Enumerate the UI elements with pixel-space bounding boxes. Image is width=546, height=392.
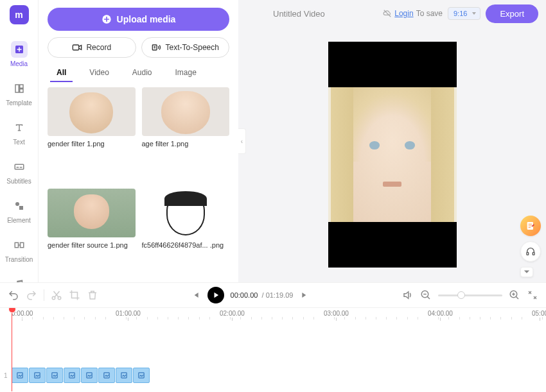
- redo-button[interactable]: [26, 289, 37, 301]
- svg-rect-6: [19, 167, 22, 168]
- svg-rect-10: [20, 243, 23, 248]
- headphones-icon: [525, 246, 536, 257]
- svg-rect-1: [15, 85, 19, 92]
- upload-label: Upload media: [117, 14, 176, 24]
- letterbox-bottom: [328, 222, 457, 268]
- cut-button[interactable]: [51, 289, 62, 301]
- timeline[interactable]: 0:00.0001:00.0002:00.0003:00.0004:00.000…: [0, 308, 546, 392]
- media-item[interactable]: gender filter 1.png: [48, 87, 136, 181]
- tts-label: Text-To-Speech: [166, 43, 219, 52]
- current-time: 00:00.00: [231, 291, 258, 299]
- playhead[interactable]: [12, 308, 12, 391]
- zoom-slider[interactable]: [438, 294, 502, 296]
- upload-media-button[interactable]: Upload media: [48, 8, 229, 31]
- headphones-tool[interactable]: [520, 241, 541, 262]
- media-thumbnail: [142, 189, 230, 237]
- timeline-clip[interactable]: [46, 368, 63, 383]
- top-bar: Untitled Video Login To save 9:16 Export: [238, 0, 546, 27]
- svg-point-7: [15, 202, 19, 206]
- time-display: 00:00.00 / 01:19.09: [231, 291, 294, 299]
- svg-rect-8: [19, 206, 23, 210]
- timeline-clip[interactable]: [64, 368, 80, 383]
- volume-button[interactable]: [402, 289, 414, 301]
- zoom-in-button[interactable]: [509, 289, 520, 301]
- tab-audio[interactable]: Audio: [123, 64, 161, 81]
- undo-button[interactable]: [8, 289, 19, 301]
- tab-video[interactable]: Video: [80, 64, 118, 81]
- svg-rect-9: [15, 243, 18, 248]
- svg-rect-15: [527, 252, 529, 255]
- tab-all[interactable]: All: [48, 64, 75, 81]
- track-number: 1: [4, 372, 12, 379]
- nav-template[interactable]: Template: [0, 74, 38, 113]
- timeline-clip[interactable]: [116, 368, 132, 383]
- login-link[interactable]: Login: [394, 9, 413, 18]
- expand-tool[interactable]: [520, 267, 533, 277]
- nav-media[interactable]: Media: [0, 35, 38, 74]
- notepad-icon: [525, 221, 536, 231]
- record-label: Record: [86, 43, 111, 52]
- media-thumbnail: [48, 189, 136, 237]
- notes-tool[interactable]: [520, 216, 541, 236]
- crop-button[interactable]: [69, 289, 80, 301]
- tts-icon: [152, 43, 162, 52]
- media-thumbnail: [142, 87, 230, 136]
- plus-icon: [13, 44, 25, 55]
- nav-label: Template: [6, 99, 32, 107]
- upload-icon: [101, 14, 112, 24]
- timeline-clip[interactable]: [98, 368, 115, 383]
- play-button[interactable]: [207, 287, 224, 303]
- aspect-ratio-selector[interactable]: 9:16: [448, 7, 480, 20]
- svg-rect-3: [19, 89, 22, 92]
- to-save-text: To save: [416, 9, 443, 18]
- tab-image[interactable]: Image: [166, 64, 206, 81]
- chevron-down-icon: [524, 269, 530, 275]
- delete-button[interactable]: [87, 289, 98, 301]
- canvas-area: ‹: [238, 0, 546, 282]
- timeline-clip[interactable]: [133, 368, 150, 383]
- letterbox-top: [328, 42, 457, 87]
- timeline-clip[interactable]: [29, 368, 46, 383]
- nav-subtitles[interactable]: Subtitles: [0, 152, 38, 191]
- media-tabs: All Video Audio Image: [48, 64, 229, 81]
- media-item[interactable]: fc56ff46626f4879af... .png: [142, 189, 230, 282]
- ruler-tick: 05:00: [532, 310, 546, 321]
- main-area: Untitled Video Login To save 9:16 Export…: [238, 0, 546, 392]
- project-title[interactable]: Untitled Video: [246, 9, 383, 19]
- timeline-clip[interactable]: [12, 368, 28, 383]
- media-filename: gender filter 1.png: [48, 140, 136, 148]
- subtitles-icon: [13, 161, 25, 173]
- app-logo[interactable]: m: [10, 5, 29, 24]
- media-item[interactable]: gender filter source 1.png: [48, 189, 136, 282]
- timeline-ruler[interactable]: 0:00.0001:00.0002:00.0003:00.0004:00.000…: [0, 308, 546, 322]
- nav-label: Media: [10, 60, 28, 67]
- fit-button[interactable]: [527, 289, 538, 301]
- skip-start-button[interactable]: [189, 289, 201, 301]
- media-filename: gender filter source 1.png: [48, 241, 136, 249]
- skip-end-button[interactable]: [299, 289, 311, 301]
- media-filename: fc56ff46626f4879af... .png: [142, 241, 230, 249]
- zoom-out-button[interactable]: [420, 289, 432, 301]
- nav-text[interactable]: Text: [0, 113, 38, 152]
- track-row[interactable]: 1: [0, 366, 546, 384]
- svg-rect-4: [15, 164, 24, 169]
- timeline-clip[interactable]: [81, 368, 98, 383]
- video-content: [328, 87, 457, 222]
- clips-container: [12, 368, 150, 383]
- svg-rect-2: [19, 85, 22, 88]
- nav-label: Subtitles: [6, 178, 31, 185]
- collapse-panel-handle[interactable]: ‹: [238, 128, 246, 154]
- nav-label: Transition: [5, 256, 33, 263]
- media-filename: age filter 1.png: [142, 140, 230, 148]
- export-button[interactable]: Export: [486, 4, 538, 23]
- record-button[interactable]: Record: [48, 37, 136, 58]
- record-icon: [72, 43, 82, 52]
- nav-transition[interactable]: Transition: [0, 230, 38, 269]
- svg-rect-12: [73, 45, 79, 50]
- zoom-slider-thumb[interactable]: [457, 291, 465, 299]
- tts-button[interactable]: Text-To-Speech: [141, 37, 230, 58]
- media-item[interactable]: age filter 1.png: [142, 87, 230, 181]
- video-preview[interactable]: [328, 42, 457, 268]
- total-time: 01:19.09: [266, 291, 294, 299]
- nav-element[interactable]: Element: [0, 191, 38, 230]
